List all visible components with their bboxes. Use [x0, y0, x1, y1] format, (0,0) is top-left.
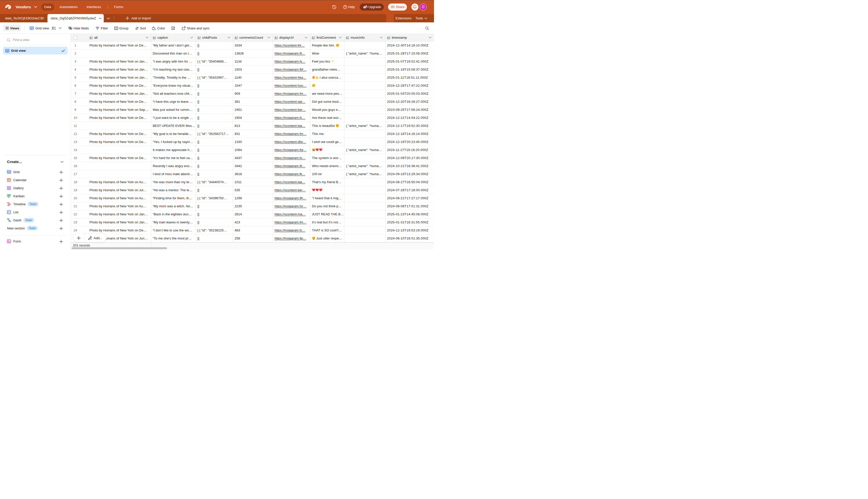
svg-text:31: 31	[8, 180, 10, 181]
